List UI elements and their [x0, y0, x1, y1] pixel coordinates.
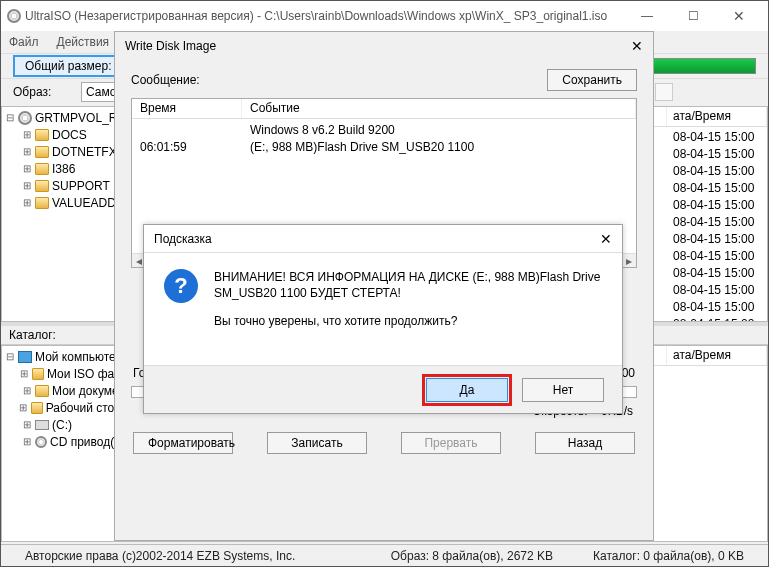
minimize-button[interactable]: —	[624, 2, 670, 30]
folder-icon	[35, 385, 49, 397]
folder-icon	[35, 180, 49, 192]
write-button[interactable]: Записать	[267, 432, 367, 454]
col-time[interactable]: Время	[132, 99, 242, 118]
folder-icon	[35, 163, 49, 175]
col-date[interactable]: ата/Время	[667, 107, 767, 126]
menu-actions[interactable]: Действия	[57, 35, 110, 49]
folder-icon	[31, 402, 43, 414]
statusbar: Авторские права (c)2002-2014 EZB Systems…	[1, 544, 768, 566]
window-title: UltraISO (Незарегистрированная версия) -…	[25, 9, 607, 23]
confirm-close-button[interactable]: ✕	[600, 231, 612, 247]
confirm-dialog: Подсказка ✕ ? ВНИМАНИЕ! ВСЯ ИНФОРМАЦИЯ Н…	[143, 224, 623, 414]
confirm-titlebar: Подсказка ✕	[144, 225, 622, 253]
dialog-titlebar: Write Disk Image ✕	[115, 32, 653, 60]
abort-button: Прервать	[401, 432, 501, 454]
folder-icon	[32, 368, 44, 380]
folder-icon	[35, 197, 49, 209]
save-button[interactable]: Сохранить	[547, 69, 637, 91]
main-window: UltraISO (Незарегистрированная версия) -…	[0, 0, 769, 567]
yes-button[interactable]: Да	[426, 378, 508, 402]
message-label: Сообщение:	[131, 73, 547, 87]
menu-file[interactable]: Файл	[9, 35, 39, 49]
no-button[interactable]: Нет	[522, 378, 604, 402]
dialog-title: Write Disk Image	[125, 39, 216, 53]
cd-icon	[18, 111, 32, 125]
app-icon	[7, 9, 21, 23]
confirm-text: ВНИМАНИЕ! ВСЯ ИНФОРМАЦИЯ НА ДИСКЕ (E:, 9…	[214, 269, 602, 355]
log-row: 06:01:59(E:, 988 MB)Flash Drive SM_USB20…	[132, 140, 636, 157]
log-row: Windows 8 v6.2 Build 9200	[132, 123, 636, 140]
dialog-close-button[interactable]: ✕	[631, 38, 643, 54]
back-button[interactable]: Назад	[535, 432, 635, 454]
question-icon: ?	[164, 269, 198, 303]
status-catalog: Каталог: 0 файла(ов), 0 KB	[593, 549, 744, 563]
format-button[interactable]: Форматировать	[133, 432, 233, 454]
titlebar: UltraISO (Незарегистрированная версия) -…	[1, 1, 768, 31]
col-event[interactable]: Событие	[242, 99, 636, 118]
pc-icon	[18, 351, 32, 363]
close-button[interactable]: ✕	[716, 2, 762, 30]
confirm-line1: ВНИМАНИЕ! ВСЯ ИНФОРМАЦИЯ НА ДИСКЕ (E:, 9…	[214, 269, 602, 301]
total-size-label: Общий размер:	[13, 55, 123, 77]
drive-icon	[35, 420, 49, 430]
toolbar-icon-2[interactable]	[655, 83, 673, 101]
col-date[interactable]: ата/Время	[667, 346, 767, 365]
write-disk-dialog: Write Disk Image ✕ Сообщение: Сохранить …	[114, 31, 654, 541]
folder-icon	[35, 129, 49, 141]
confirm-line2: Вы точно уверены, что хотите продолжить?	[214, 313, 602, 329]
cd-drive-icon	[35, 436, 47, 448]
status-copyright: Авторские права (c)2002-2014 EZB Systems…	[25, 549, 295, 563]
folder-icon	[35, 146, 49, 158]
image-label: Образ:	[13, 85, 73, 99]
maximize-button[interactable]: ☐	[670, 2, 716, 30]
confirm-title: Подсказка	[154, 232, 212, 246]
status-image: Образ: 8 файла(ов), 2672 KB	[391, 549, 553, 563]
